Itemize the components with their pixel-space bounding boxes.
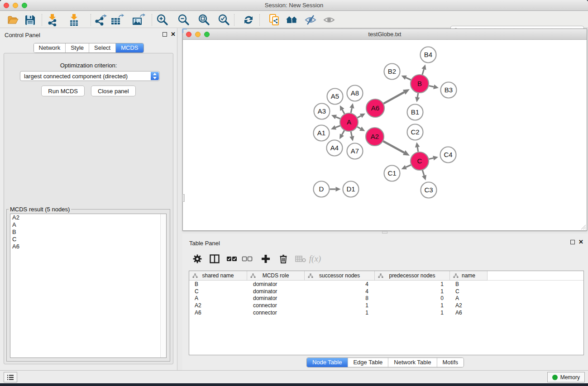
- mcds-result-item[interactable]: A2: [10, 214, 166, 221]
- column-header-MCDS-role[interactable]: MCDS role: [247, 271, 305, 281]
- table-close-icon[interactable]: ✕: [578, 238, 583, 245]
- memory-button[interactable]: Memory: [547, 372, 585, 382]
- column-header-shared-name[interactable]: shared name: [189, 271, 247, 281]
- graph-node-B2[interactable]: B2: [384, 64, 400, 80]
- table-tab-network-table[interactable]: Network Table: [388, 358, 437, 367]
- column-header-name[interactable]: name: [450, 271, 488, 281]
- export-table-icon[interactable]: [110, 13, 124, 27]
- export-network-icon[interactable]: [94, 13, 107, 27]
- zoom-in-icon[interactable]: [155, 13, 169, 27]
- edge-A-A3[interactable]: [336, 117, 340, 119]
- graph-node-D[interactable]: D: [314, 181, 330, 197]
- graph-node-A4[interactable]: A4: [327, 140, 343, 156]
- edge-C-C1[interactable]: [406, 165, 411, 167]
- clone-network-icon[interactable]: [268, 13, 282, 27]
- mcds-result-item[interactable]: B: [10, 229, 166, 236]
- edge-A2-C[interactable]: [383, 141, 404, 152]
- table-settings-gear-icon[interactable]: [191, 253, 203, 265]
- list-scrollbar[interactable]: [160, 214, 166, 357]
- node-table[interactable]: shared nameMCDS rolesuccessor nodesprede…: [189, 271, 584, 355]
- graph-node-C2[interactable]: C2: [407, 124, 423, 140]
- edge-A-A8[interactable]: [351, 108, 352, 113]
- import-table-icon[interactable]: [67, 13, 81, 27]
- table-row[interactable]: A6connector11A6: [189, 310, 583, 317]
- graph-node-C[interactable]: C: [411, 152, 429, 170]
- tab-network[interactable]: Network: [33, 43, 66, 52]
- edge-B-B4[interactable]: [422, 69, 424, 75]
- edge-A-A1[interactable]: [335, 126, 340, 128]
- edge-A-A4[interactable]: [342, 130, 344, 134]
- graph-node-A[interactable]: A: [340, 113, 358, 131]
- export-image-icon[interactable]: [132, 13, 145, 27]
- graph-node-D1[interactable]: D1: [343, 181, 359, 197]
- float-panel-icon[interactable]: [163, 32, 167, 37]
- edge-C-C4[interactable]: [429, 158, 433, 159]
- table-tab-motifs[interactable]: Motifs: [437, 358, 464, 367]
- table-row[interactable]: Bdominator41B: [189, 281, 583, 288]
- tab-mcds[interactable]: MCDS: [116, 43, 143, 52]
- graph-node-A2[interactable]: A2: [366, 128, 384, 146]
- show-all-eye-icon[interactable]: [322, 13, 336, 27]
- add-column-icon[interactable]: [260, 253, 272, 265]
- network-window-titlebar[interactable]: testGlobe.txt: [183, 29, 587, 40]
- run-mcds-button[interactable]: Run MCDS: [41, 86, 85, 96]
- graph-node-B4[interactable]: B4: [421, 47, 436, 63]
- graph-node-B[interactable]: B: [411, 75, 429, 93]
- edge-C-C2[interactable]: [417, 147, 418, 152]
- graph-node-A8[interactable]: A8: [347, 86, 363, 101]
- zoom-selected-icon[interactable]: [217, 13, 230, 27]
- edge-B-B1[interactable]: [417, 93, 418, 97]
- refresh-layout-icon[interactable]: [242, 13, 255, 27]
- zoom-out-icon[interactable]: [177, 13, 190, 27]
- select-all-icon[interactable]: [226, 253, 238, 265]
- close-panel-icon[interactable]: ✕: [171, 31, 176, 38]
- graph-node-B3[interactable]: B3: [441, 82, 457, 98]
- graph-node-A6[interactable]: A6: [366, 99, 384, 117]
- table-row[interactable]: Cdominator41C: [189, 288, 583, 295]
- column-header-predecessor-nodes[interactable]: predecessor nodes: [375, 271, 450, 281]
- tab-style[interactable]: Style: [66, 43, 89, 52]
- table-row[interactable]: Adominator80A: [189, 295, 583, 302]
- hide-selected-eye-icon[interactable]: [304, 13, 317, 27]
- delete-column-icon[interactable]: [277, 253, 289, 265]
- column-visibility-icon[interactable]: [209, 253, 220, 265]
- window-resize-grip[interactable]: [581, 224, 586, 230]
- edge-A6-B[interactable]: [383, 92, 404, 104]
- graph-node-A7[interactable]: A7: [347, 143, 363, 159]
- table-tab-node-table[interactable]: Node Table: [307, 358, 348, 367]
- criterion-select[interactable]: largest connected component (directed): [20, 71, 160, 81]
- save-session-icon[interactable]: [23, 13, 37, 27]
- deselect-all-icon[interactable]: [241, 253, 253, 265]
- close-panel-button[interactable]: Close panel: [91, 86, 136, 96]
- column-header-successor-nodes[interactable]: successor nodes: [305, 271, 375, 281]
- graph-node-C4[interactable]: C4: [440, 147, 456, 163]
- zoom-fit-icon[interactable]: [197, 13, 210, 27]
- mcds-result-list[interactable]: A2ABCA6: [10, 214, 167, 358]
- graph-node-C1[interactable]: C1: [384, 166, 400, 181]
- graph-node-A1[interactable]: A1: [314, 125, 330, 141]
- graph-node-A3[interactable]: A3: [314, 104, 330, 119]
- edge-A-A5[interactable]: [342, 110, 344, 114]
- graph-node-C3[interactable]: C3: [421, 182, 437, 198]
- edge-A-A7[interactable]: [351, 132, 352, 137]
- mcds-result-item[interactable]: A: [10, 221, 166, 229]
- network-canvas[interactable]: B4B2BB3A5A8A6B1A3AC2A1A2A4A7CC4C1C3DD1: [183, 40, 587, 230]
- graph-node-A5[interactable]: A5: [327, 89, 343, 105]
- panel-splitter-handle[interactable]: [382, 231, 387, 234]
- table-row[interactable]: A2connector11A2: [189, 302, 583, 310]
- import-network-icon[interactable]: [45, 13, 59, 27]
- tab-select[interactable]: Select: [89, 43, 116, 52]
- home-icon[interactable]: [285, 13, 299, 27]
- edge-C-C3[interactable]: [422, 170, 424, 176]
- mcds-result-item[interactable]: A6: [10, 243, 166, 250]
- task-history-button[interactable]: [4, 372, 17, 382]
- edge-B-B2[interactable]: [406, 78, 411, 80]
- edge-B-B3[interactable]: [429, 86, 434, 86]
- panel-splitter-handle[interactable]: [182, 194, 185, 202]
- edge-A-A2[interactable]: [357, 127, 360, 129]
- graph-node-B1[interactable]: B1: [407, 105, 423, 120]
- open-session-icon[interactable]: [6, 13, 19, 27]
- delete-table-icon[interactable]: [295, 253, 306, 265]
- table-tab-edge-table[interactable]: Edge Table: [348, 358, 388, 367]
- mcds-result-item[interactable]: C: [10, 236, 166, 243]
